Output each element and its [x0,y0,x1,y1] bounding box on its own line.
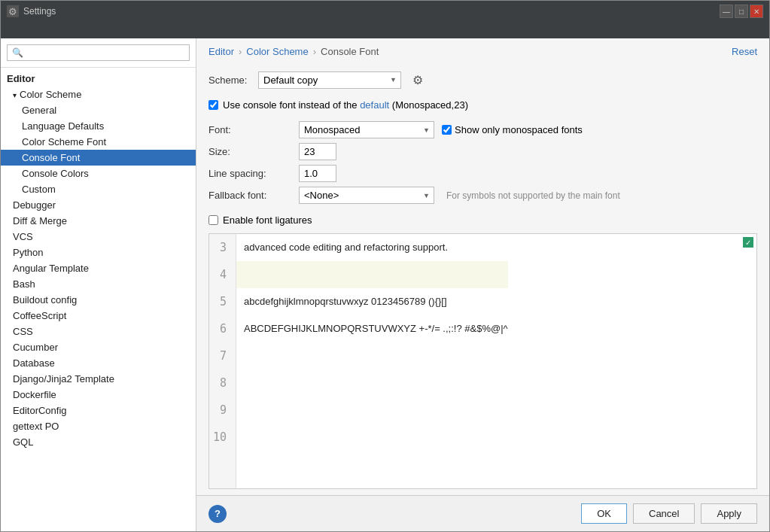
main-panel: Editor › Color Scheme › Console Font Res… [196,38,769,531]
sidebar-item-vcs[interactable]: VCS [1,229,196,245]
line-spacing-row [299,165,757,182]
sidebar-item-color-scheme-font[interactable]: Color Scheme Font [1,134,196,150]
sidebar-item-css[interactable]: CSS [1,324,196,339]
use-console-font-checkbox[interactable] [208,100,218,110]
menubar [1,22,769,38]
sidebar-item-buildout-config[interactable]: Buildout config [1,292,196,308]
search-input[interactable] [7,44,190,61]
close-button[interactable]: ✕ [750,5,763,18]
fallback-font-row: <None>Courier NewDejaVu Sans Mono For sy… [299,187,757,204]
use-console-font-hint: (Monospaced,23) [392,99,468,111]
content-area: Editor▾Color SchemeGeneralLanguage Defau… [1,38,769,531]
help-button[interactable]: ? [208,505,227,523]
fallback-select-wrap: <None>Courier NewDejaVu Sans Mono [299,187,434,204]
sidebar-item-gql[interactable]: GQL [1,434,196,450]
ligature-row: Enable font ligatures [208,214,757,226]
maximize-button[interactable]: □ [735,5,748,18]
font-select-wrap: MonospacedCourier NewConsolasDejaVu Sans… [299,121,434,138]
sidebar-item-console-font[interactable]: Console Font [1,150,196,166]
enable-ligatures-checkbox[interactable] [208,215,218,225]
sidebar-item-coffeescript[interactable]: CoffeeScript [1,308,196,324]
preview-content: advanced code editing and refactoring su… [236,234,508,488]
use-console-font-row: Use console font instead of the default … [208,99,757,111]
size-row [299,143,757,160]
reset-link[interactable]: Reset [732,46,757,57]
window-controls: — □ ✕ [720,5,763,18]
fallback-hint: For symbols not supported by the main fo… [446,190,620,201]
show-mono-only-row: Show only monospaced fonts [442,124,583,135]
panel-body: Scheme: Default copyDefaultDarculaHigh c… [196,65,769,495]
sidebar-item-console-colors[interactable]: Console Colors [1,166,196,181]
sidebar-item-python[interactable]: Python [1,245,196,260]
preview-line [236,397,508,424]
sidebar-item-general[interactable]: General [1,102,196,118]
sidebar: Editor▾Color SchemeGeneralLanguage Defau… [1,38,196,531]
font-label: Font: [208,124,291,135]
bottom-bar: ? OK Cancel Apply [196,495,769,531]
line-spacing-input[interactable] [299,165,336,182]
preview-gutter: 345678910 [209,234,236,488]
preview-line: abcdefghijklmnopqrstuvwxyz 0123456789 ()… [236,288,508,315]
preview-line: advanced code editing and refactoring su… [236,234,508,261]
font-select[interactable]: MonospacedCourier NewConsolasDejaVu Sans… [299,121,434,138]
sidebar-item-bash[interactable]: Bash [1,276,196,292]
sidebar-item-angular-template[interactable]: Angular Template [1,260,196,276]
preview-corner-icon: ✓ [743,237,753,248]
scheme-row: Scheme: Default copyDefaultDarculaHigh c… [208,71,757,89]
cancel-button[interactable]: Cancel [633,503,695,524]
scheme-select-wrap: Default copyDefaultDarculaHigh contrast [258,71,401,89]
preview-inner: ✓ 345678910 advanced code editing and re… [209,234,756,488]
sidebar-item-editor[interactable]: Editor [1,71,196,87]
sidebar-item-database[interactable]: Database [1,355,196,371]
app-icon: ⚙ [7,5,19,17]
breadcrumb: Editor › Color Scheme › Console Font Res… [196,38,769,65]
scheme-gear-button[interactable]: ⚙ [409,71,427,89]
titlebar: ⚙ Settings — □ ✕ [1,1,769,22]
preview-content-wrap: 345678910 advanced code editing and refa… [209,234,756,488]
ok-button[interactable]: OK [581,503,627,524]
breadcrumb-sep-2: › [313,46,316,57]
show-mono-only-label: Show only monospaced fonts [455,124,583,135]
scheme-select[interactable]: Default copyDefaultDarculaHigh contrast [258,71,401,89]
size-input[interactable] [299,143,336,160]
use-console-font-label: Use console font instead of the default … [223,99,468,111]
search-box [1,38,196,68]
sidebar-item-gettext[interactable]: gettext PO [1,418,196,434]
settings-window: ⚙ Settings — □ ✕ Editor▾Color SchemeGene… [0,0,770,532]
preview-line: ABCDEFGHIJKLMNOPQRSTUVWXYZ +-*/= .,;:!? … [236,315,508,342]
minimize-button[interactable]: — [720,5,733,18]
sidebar-tree: Editor▾Color SchemeGeneralLanguage Defau… [1,68,196,531]
show-mono-only-checkbox[interactable] [442,125,452,135]
preview-line [236,369,508,397]
breadcrumb-console-font: Console Font [321,46,379,57]
preview-line [236,342,508,369]
apply-button[interactable]: Apply [701,503,757,524]
size-label: Size: [208,146,291,157]
sidebar-item-custom[interactable]: Custom [1,181,196,197]
sidebar-item-cucumber[interactable]: Cucumber [1,339,196,355]
breadcrumb-editor[interactable]: Editor [208,46,234,57]
default-font-link[interactable]: default [360,99,389,111]
breadcrumb-color-scheme[interactable]: Color Scheme [246,46,308,57]
preview-line [236,424,508,451]
window-title: Settings [23,6,715,17]
sidebar-item-color-scheme[interactable]: ▾Color Scheme [1,87,196,102]
sidebar-item-debugger[interactable]: Debugger [1,197,196,213]
sidebar-item-django[interactable]: Django/Jinja2 Template [1,371,196,387]
enable-ligatures-label: Enable font ligatures [223,214,312,226]
line-spacing-label: Line spacing: [208,168,291,179]
sidebar-item-editorconfig[interactable]: EditorConfig [1,403,196,418]
fallback-font-select[interactable]: <None>Courier NewDejaVu Sans Mono [299,187,434,204]
sidebar-item-dockerfile[interactable]: Dockerfile [1,387,196,403]
preview-line [236,261,508,288]
scheme-label: Scheme: [208,74,251,86]
font-row: MonospacedCourier NewConsolasDejaVu Sans… [299,121,757,138]
fallback-font-label: Fallback font: [208,190,291,201]
breadcrumb-sep-1: › [239,46,242,57]
preview-area: ✓ 345678910 advanced code editing and re… [208,233,757,489]
sidebar-item-diff-merge[interactable]: Diff & Merge [1,213,196,229]
font-settings: Font: MonospacedCourier NewConsolasDejaV… [208,121,757,204]
sidebar-item-language-defaults[interactable]: Language Defaults [1,118,196,134]
